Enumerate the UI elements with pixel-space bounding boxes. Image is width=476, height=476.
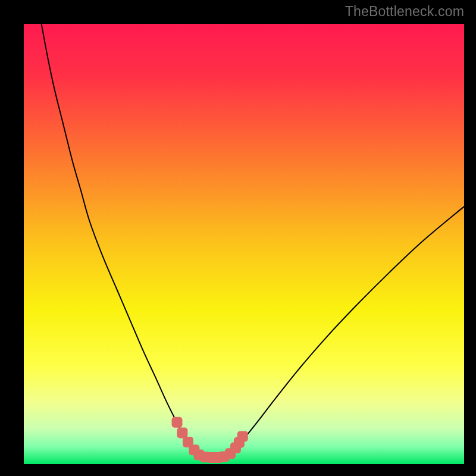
valley-marker xyxy=(172,417,183,428)
valley-marker xyxy=(237,431,248,441)
chart-frame: TheBottleneck.com xyxy=(0,0,476,476)
valley-marker xyxy=(177,427,187,438)
curve-left-branch xyxy=(42,24,198,454)
valley-markers xyxy=(172,417,248,463)
curve-right-branch xyxy=(228,206,464,454)
bottleneck-curve xyxy=(24,24,464,464)
watermark-text: TheBottleneck.com xyxy=(345,4,464,20)
plot-area xyxy=(24,24,464,464)
